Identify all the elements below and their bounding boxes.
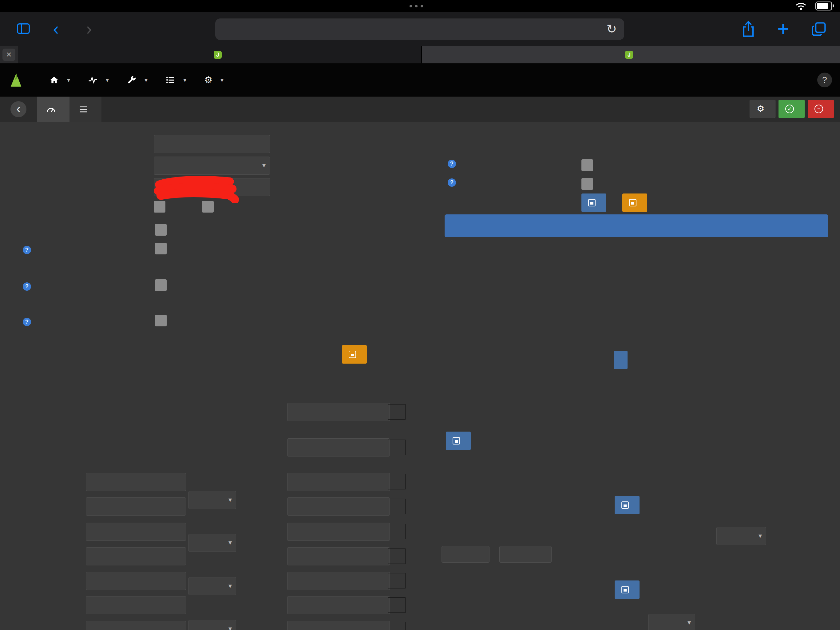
reload-icon[interactable]: ↻	[606, 19, 617, 40]
abo-hc-hp-label: ?	[20, 279, 149, 294]
equipment-tabs	[37, 97, 101, 122]
color-swatch[interactable]	[388, 474, 406, 489]
share-icon[interactable]	[741, 20, 756, 38]
tab-equipement[interactable]	[37, 97, 69, 122]
analyse-icon	[88, 75, 98, 85]
champ-select[interactable]: ▾	[188, 491, 236, 509]
prix-input[interactable]	[287, 596, 390, 614]
menu-reglages[interactable]: ⚙ ▾	[204, 75, 224, 85]
save-history-button[interactable]	[614, 351, 628, 369]
help-icon[interactable]: ?	[448, 160, 456, 168]
maintenance-button[interactable]	[622, 193, 647, 212]
tarif-input[interactable]	[86, 522, 186, 541]
tab-bar: × J J	[0, 46, 840, 64]
prix-input[interactable]	[287, 473, 390, 491]
menu-analyse[interactable]: ▾	[88, 75, 109, 85]
tabs-overview-icon[interactable]	[810, 21, 828, 38]
maintenance-auto-checkbox[interactable]	[581, 178, 593, 190]
gauge-icon	[46, 104, 56, 114]
tarif-input[interactable]	[86, 497, 186, 516]
menu-plugins[interactable]: ▾	[166, 75, 186, 85]
battery-icon	[815, 2, 832, 11]
champ-select[interactable]: ▾	[188, 577, 236, 595]
color-swatch[interactable]	[388, 597, 406, 613]
tarif-input[interactable]	[86, 621, 186, 630]
color-swatch[interactable]	[388, 524, 406, 539]
chevron-down-icon: ▾	[229, 491, 232, 508]
chevron-down-icon: ▾	[221, 76, 224, 84]
color-swatch[interactable]	[388, 622, 406, 630]
new-index-checkbox[interactable]	[155, 315, 167, 326]
template-checkbox[interactable]	[155, 224, 167, 236]
tab-community[interactable]: J	[422, 46, 840, 63]
minus-circle-icon: −	[815, 104, 823, 113]
help-icon[interactable]: ?	[817, 73, 832, 87]
sante-icon	[588, 199, 595, 206]
conso-prod-checkbox[interactable]	[155, 243, 167, 255]
color-swatch[interactable]	[388, 573, 406, 589]
chevron-down-icon: ▾	[229, 534, 232, 551]
prix-input[interactable]	[287, 403, 390, 421]
tarif-input[interactable]	[86, 572, 186, 590]
help-icon[interactable]: ?	[23, 246, 31, 254]
back-button[interactable]: ‹	[53, 12, 59, 45]
prix-input[interactable]	[287, 522, 390, 541]
delete-files-button[interactable]	[446, 432, 471, 450]
restore-button[interactable]	[615, 496, 639, 514]
prix-input[interactable]	[287, 497, 390, 516]
parent-select[interactable]: ▾	[154, 157, 270, 175]
delete-button[interactable]: −	[808, 100, 834, 118]
activer-checkbox[interactable]	[154, 201, 166, 212]
raz-couleurs-button[interactable]	[342, 345, 367, 364]
help-icon[interactable]: ?	[448, 179, 456, 187]
jeedom-logo[interactable]	[8, 72, 27, 88]
color-swatch[interactable]	[388, 404, 406, 419]
prix-input[interactable]	[287, 572, 390, 590]
creation-commandes-checkbox[interactable]	[581, 159, 593, 171]
prix-input[interactable]	[287, 438, 390, 456]
champ-select[interactable]: ▾	[188, 534, 236, 552]
tab-teleinfo[interactable]: J	[18, 46, 422, 63]
help-icon[interactable]: ?	[23, 318, 31, 326]
visible-checkbox[interactable]	[202, 201, 214, 212]
close-tab-icon[interactable]: ×	[2, 49, 15, 61]
advanced-config-button[interactable]: ⚙	[750, 100, 775, 118]
address-bar[interactable]: ↻	[215, 19, 624, 40]
name-input[interactable]	[154, 135, 270, 153]
delete-files-select[interactable]: ▾	[717, 527, 766, 545]
color-swatch[interactable]	[388, 440, 406, 455]
historisation-alert	[445, 214, 828, 237]
color-swatch[interactable]	[388, 548, 406, 564]
abo-hc-hp-checkbox[interactable]	[155, 279, 167, 291]
jeedom-navbar: ▾ ▾ ▾ ▾	[0, 63, 840, 97]
chevron-down-icon: ▾	[183, 76, 186, 84]
copy-button[interactable]	[615, 581, 639, 599]
restore-index-select[interactable]: ▾	[649, 614, 695, 630]
save-button[interactable]: ✓	[778, 100, 805, 118]
copy-icon	[621, 586, 629, 594]
tab-commandes[interactable]	[69, 97, 101, 122]
chevron-down-icon: ▾	[687, 614, 691, 630]
new-tab-button[interactable]: +	[777, 13, 789, 45]
commands-list-icon	[79, 105, 88, 114]
champ-select[interactable]: ▾	[188, 620, 236, 630]
prix-input[interactable]	[287, 621, 390, 630]
sante-button[interactable]	[581, 193, 606, 212]
restore-icon	[621, 502, 629, 509]
equipment-toolbar: ‹ ⚙ ✓	[0, 97, 840, 122]
color-swatch[interactable]	[388, 499, 406, 514]
gears-icon: ⚙	[757, 104, 764, 114]
date-to-input[interactable]	[499, 546, 552, 563]
return-button[interactable]: ‹	[11, 101, 27, 117]
menu-accueil[interactable]: ▾	[49, 75, 70, 85]
chevron-down-icon: ▾	[67, 76, 70, 84]
menu-outils[interactable]: ▾	[127, 75, 148, 85]
tarif-input[interactable]	[86, 547, 186, 565]
sidebar-icon[interactable]	[16, 22, 31, 35]
help-icon[interactable]: ?	[23, 282, 31, 291]
date-from-input[interactable]	[442, 546, 489, 563]
forward-button[interactable]: ›	[86, 12, 92, 45]
prix-input[interactable]	[287, 547, 390, 565]
tarif-input[interactable]	[86, 596, 186, 614]
tarif-input[interactable]	[86, 473, 186, 491]
